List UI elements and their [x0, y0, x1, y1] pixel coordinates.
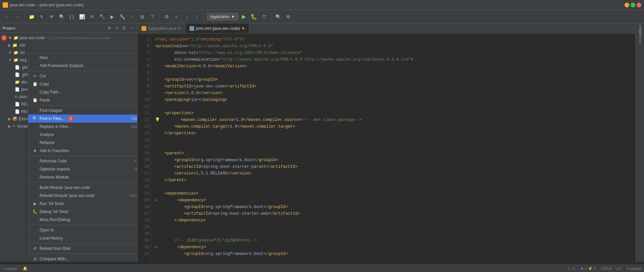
- menu-more-run-label: More Run/Debug: [40, 217, 70, 222]
- project-panel-settings[interactable]: ⚙: [106, 25, 112, 31]
- back-button[interactable]: ←: [3, 12, 11, 21]
- git-branch-name: master: [6, 267, 17, 271]
- status-notifications[interactable]: 🔔: [23, 266, 28, 271]
- encoding-label: UTF-8: [601, 267, 611, 271]
- code-line-4: xsi:schemaLocation="http://maven.apache.…: [155, 56, 632, 63]
- menu-item-find-usages[interactable]: Find Usages Alt+F7: [28, 107, 138, 115]
- search-everywhere-button[interactable]: 🔍: [274, 12, 283, 21]
- file-menu-button[interactable]: 📁: [27, 12, 36, 21]
- menu-item-replace-in-files[interactable]: Replace in Files... Ctrl+Shift+R: [28, 123, 138, 131]
- changes-count: 6: [594, 267, 596, 271]
- settings2-button[interactable]: ⚙: [284, 12, 293, 21]
- help-menu-button[interactable]: ?: [148, 12, 157, 21]
- tree-src-label: src: [20, 50, 25, 55]
- menu-item-paste[interactable]: 📋 Paste Ctrl+V: [28, 96, 138, 104]
- code-line-8: <artifactId>java-sec-code</artifactId>: [155, 83, 632, 90]
- forward-button[interactable]: →: [13, 12, 21, 21]
- menu-build-module-label: Build Module 'java-sec-code': [40, 185, 91, 190]
- analyze-menu-button[interactable]: 📊: [77, 12, 86, 21]
- menu-item-compare-with[interactable]: ⚖ Compare With... Ctrl+D: [28, 255, 138, 262]
- app-tab-label: Application.java: [148, 26, 176, 31]
- menu-item-copy[interactable]: 📋 Copy Ctrl+C: [28, 80, 138, 88]
- menu-item-debug-tests[interactable]: 🐛 Debug 'All Tests': [28, 208, 138, 216]
- debug-button[interactable]: 🐛: [250, 12, 258, 21]
- maximize-button[interactable]: □: [631, 3, 635, 7]
- menu-item-more-run-debug[interactable]: More Run/Debug ▶: [28, 216, 138, 224]
- menu-item-reload[interactable]: ↺ Reload from Disk: [28, 245, 138, 253]
- project-panel-gear[interactable]: ☰: [121, 25, 127, 31]
- menu-new-label: New: [40, 55, 48, 60]
- tree-java-label: java: [21, 87, 29, 92]
- indent-label: 4 spaces: [627, 267, 641, 271]
- navigate-menu-button[interactable]: 🔍: [57, 12, 66, 21]
- menu-item-add-favorites[interactable]: ★ Add to Favorites ▶: [28, 147, 138, 155]
- run-config-dropdown[interactable]: Application ▼: [207, 13, 238, 20]
- window-menu-button[interactable]: ⊞: [138, 12, 147, 21]
- project-panel-collapse[interactable]: ─: [128, 25, 135, 31]
- tree-item-ide[interactable]: ▶ 📁 .ide: [0, 42, 137, 49]
- update-button[interactable]: ↓: [182, 12, 191, 21]
- menu-item-run-tests[interactable]: ▶ Run 'All Tests': [28, 200, 138, 208]
- menu-item-build-module[interactable]: Build Module 'java-sec-code': [28, 184, 138, 192]
- menu-item-analyze[interactable]: Analyze ▶: [28, 131, 138, 139]
- status-line-col[interactable]: 1 : 6: [568, 267, 575, 271]
- menu-item-local-history[interactable]: Local History ▶: [28, 234, 138, 242]
- status-indent[interactable]: 4 spaces: [627, 267, 641, 271]
- settings-button[interactable]: ⚙: [162, 12, 171, 21]
- menu-item-add-framework[interactable]: Add Framework Support...: [28, 62, 138, 70]
- menu-item-open-in[interactable]: Open In ▶: [28, 226, 138, 234]
- code-line-32: ↺ <dependency>: [155, 244, 632, 251]
- close-button[interactable]: ✕: [637, 3, 641, 7]
- app-tab-close[interactable]: ✕: [178, 26, 181, 31]
- profile-button[interactable]: ⏱: [260, 12, 268, 21]
- menu-optimize-label: Optimize Imports: [40, 167, 70, 172]
- edit-menu-button[interactable]: ✎: [37, 12, 46, 21]
- run-menu-button[interactable]: ▶: [108, 12, 116, 21]
- tools-menu-button[interactable]: 🔧: [118, 12, 126, 21]
- code-area[interactable]: <?xml version="1.0" encoding="UTF-8"?> <…: [151, 33, 636, 262]
- editor-tab-pom[interactable]: pom.xml (java-sec-code) ✕: [185, 23, 249, 33]
- code-menu-button[interactable]: { }: [67, 12, 76, 21]
- menu-item-copy-path[interactable]: Copy Path...: [28, 88, 138, 96]
- refactor-menu-button[interactable]: ⟳: [88, 12, 96, 21]
- main-layout: Project ⚙ ≡ ☰ ─ 1 ▼ 📁 java-sec-code C:\U…: [0, 23, 644, 262]
- hierarchy-panel-button[interactable]: Hierarchy: [637, 32, 643, 39]
- run-button[interactable]: ▶: [239, 12, 248, 21]
- menu-item-new[interactable]: New ▶: [28, 54, 138, 62]
- pom-tab-close[interactable]: ✕: [241, 26, 245, 31]
- status-git[interactable]: ⑂ master: [3, 267, 17, 271]
- project-panel-sort[interactable]: ≡: [114, 25, 120, 31]
- menu-analyze-label: Analyze: [40, 132, 54, 137]
- menu-compare-label: Compare With...: [40, 257, 69, 261]
- separator-5: [28, 225, 138, 225]
- minimize-button[interactable]: —: [625, 3, 629, 7]
- menu-item-optimize-imports[interactable]: Optimize Imports Ctrl+Alt+O: [28, 165, 138, 173]
- line-sep-label: LF: [617, 267, 621, 271]
- code-line-10: <packaging>jar</packaging>: [155, 96, 632, 103]
- branch-indicator: ⚡: [588, 266, 593, 271]
- commit-button[interactable]: ✓: [172, 12, 181, 21]
- menu-item-cut[interactable]: ✂ Cut Ctrl+X: [28, 72, 138, 80]
- line-col-label: 1: [568, 267, 570, 271]
- status-encoding[interactable]: UTF-8: [601, 267, 611, 271]
- code-line-17: [155, 143, 632, 150]
- menu-item-rebuild-module[interactable]: Rebuild Module 'java-sec-code' Ctrl+Shif…: [28, 192, 138, 200]
- editor-tab-application[interactable]: Application.java ✕: [138, 23, 185, 33]
- tree-item-root[interactable]: 1 ▼ 📁 java-sec-code C:\Users\Boom\Deskto…: [0, 34, 137, 42]
- vcs-menu-button[interactable]: ⑂: [128, 12, 137, 21]
- menu-item-find-in-files[interactable]: 🔍 Find in Files... 2 Ctrl+Shift+F: [28, 115, 138, 123]
- view-menu-button[interactable]: 👁: [47, 12, 56, 21]
- build-menu-button[interactable]: 🔨: [98, 12, 106, 21]
- push-button[interactable]: ↑: [193, 12, 201, 21]
- code-line-31: <!-- 添加thymeleaf为了动态解析html-->: [155, 237, 632, 244]
- code-line-30: [155, 230, 632, 237]
- menu-item-reformat[interactable]: Reformat Code Ctrl+Alt+L: [28, 157, 138, 165]
- code-line-6: [155, 70, 632, 76]
- code-line-21: <version>1.5.1.RELEASE</version>: [155, 170, 632, 177]
- menu-item-refactor[interactable]: Refactor ▶: [28, 139, 138, 147]
- menu-item-remove-module[interactable]: Remove Module Delete: [28, 173, 138, 181]
- status-branches[interactable]: ▼ 1 ⚡ 6: [580, 266, 596, 271]
- pom-tab-icon: [190, 26, 194, 31]
- branches-count: 1: [585, 267, 587, 271]
- status-line-sep[interactable]: LF: [617, 267, 621, 271]
